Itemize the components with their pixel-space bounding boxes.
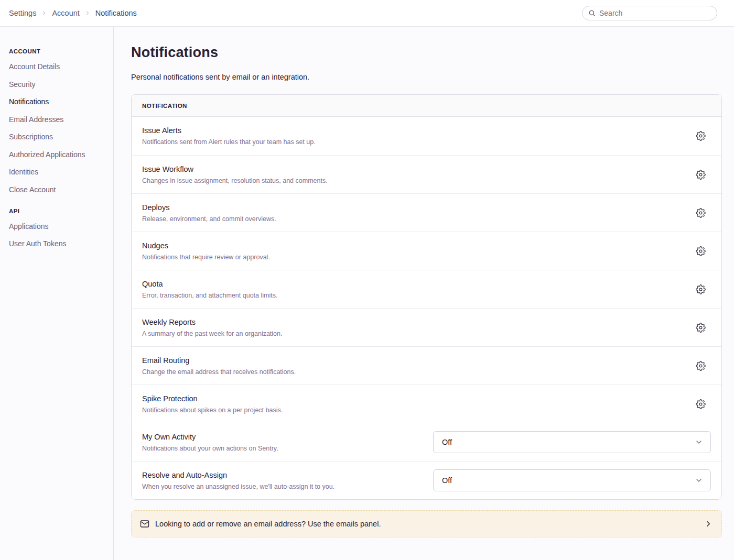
- chevron-right-icon: [41, 10, 47, 16]
- notification-row-deploys: Deploys Release, environment, and commit…: [132, 193, 721, 232]
- row-description: Notifications that require review or app…: [142, 254, 685, 261]
- row-description: Notifications about your own actions on …: [142, 445, 425, 452]
- row-description: Release, environment, and commit overvie…: [142, 215, 685, 223]
- row-text: Issue Alerts Notifications sent from Ale…: [142, 126, 694, 146]
- sidebar-section-api: API Applications User Auth Tokens: [9, 208, 108, 248]
- page-title: Notifications: [131, 45, 722, 61]
- row-description: Notifications sent from Alert rules that…: [142, 138, 685, 146]
- row-title: Issue Workflow: [142, 165, 685, 173]
- sidebar-item-account-details[interactable]: Account Details: [9, 62, 108, 71]
- row-title: Email Routing: [142, 356, 685, 365]
- sidebar-item-close-account[interactable]: Close Account: [9, 185, 108, 194]
- row-description: A summary of the past week for an organi…: [142, 330, 685, 337]
- breadcrumb: Settings Account Notifications: [9, 9, 137, 17]
- notification-row-resolve-auto-assign: Resolve and Auto-Assign When you resolve…: [132, 461, 721, 499]
- breadcrumb-settings[interactable]: Settings: [9, 9, 36, 17]
- settings-gear-button[interactable]: [694, 321, 708, 335]
- row-text: Weekly Reports A summary of the past wee…: [142, 318, 694, 337]
- settings-gear-button[interactable]: [694, 129, 708, 143]
- notifications-panel: NOTIFICATION Issue Alerts Notifications …: [131, 94, 722, 500]
- main-content: Notifications Personal notifications sen…: [114, 27, 734, 560]
- sidebar-item-user-auth-tokens[interactable]: User Auth Tokens: [9, 239, 108, 248]
- search-input[interactable]: [599, 9, 711, 17]
- notification-row-nudges: Nudges Notifications that require review…: [132, 232, 721, 270]
- sidebar-item-email-addresses[interactable]: Email Addresses: [9, 115, 108, 124]
- settings-gear-button[interactable]: [694, 282, 708, 297]
- banner-text: Looking to add or remove an email addres…: [155, 520, 381, 528]
- search-icon: [588, 9, 596, 17]
- notification-row-spike-protection: Spike Protection Notifications about spi…: [132, 385, 721, 423]
- breadcrumb-notifications[interactable]: Notifications: [95, 9, 137, 17]
- settings-gear-button[interactable]: [694, 206, 708, 220]
- sidebar-section-account: ACCOUNT Account Details Security Notific…: [9, 48, 108, 194]
- sidebar-item-notifications[interactable]: Notifications: [9, 97, 108, 106]
- row-text: Resolve and Auto-Assign When you resolve…: [142, 471, 433, 490]
- sidebar-item-applications[interactable]: Applications: [9, 222, 108, 230]
- chevron-right-icon: [704, 519, 713, 529]
- row-title: Spike Protection: [142, 394, 685, 403]
- settings-gear-button[interactable]: [694, 359, 708, 373]
- select-value: Off: [442, 438, 452, 446]
- row-description: Change the email address that receives n…: [142, 368, 685, 376]
- row-text: Issue Workflow Changes in issue assignme…: [142, 165, 694, 184]
- gear-icon: [696, 208, 706, 218]
- gear-icon: [696, 399, 706, 409]
- settings-gear-button[interactable]: [694, 168, 708, 182]
- row-title: Nudges: [142, 241, 685, 250]
- chevron-right-icon: [84, 10, 91, 16]
- row-description: Changes in issue assignment, resolution …: [142, 177, 685, 184]
- row-text: Quota Error, transaction, and attachment…: [142, 280, 694, 299]
- notification-row-issue-alerts: Issue Alerts Notifications sent from Ale…: [132, 117, 721, 155]
- notification-row-weekly-reports: Weekly Reports A summary of the past wee…: [132, 308, 721, 346]
- sidebar-section-title: ACCOUNT: [9, 48, 108, 54]
- row-description: When you resolve an unassigned issue, we…: [142, 483, 425, 490]
- settings-gear-button[interactable]: [694, 397, 708, 411]
- breadcrumb-account[interactable]: Account: [52, 9, 79, 17]
- row-text: Spike Protection Notifications about spi…: [142, 394, 694, 414]
- my-own-activity-select[interactable]: Off: [433, 431, 711, 453]
- settings-gear-button[interactable]: [694, 244, 708, 258]
- mail-icon: [140, 519, 149, 529]
- row-title: Quota: [142, 280, 685, 288]
- row-description: Error, transaction, and attachment quota…: [142, 292, 685, 299]
- sidebar-item-security[interactable]: Security: [9, 80, 108, 89]
- notification-row-email-routing: Email Routing Change the email address t…: [132, 346, 721, 385]
- chevron-down-icon: [695, 476, 703, 485]
- row-text: Email Routing Change the email address t…: [142, 356, 694, 376]
- gear-icon: [696, 170, 706, 180]
- row-title: Weekly Reports: [142, 318, 685, 326]
- resolve-auto-assign-select[interactable]: Off: [433, 469, 711, 491]
- gear-icon: [696, 246, 706, 256]
- notification-row-quota: Quota Error, transaction, and attachment…: [132, 270, 721, 308]
- search-box[interactable]: [582, 6, 717, 20]
- row-text: My Own Activity Notifications about your…: [142, 433, 433, 452]
- sidebar-item-subscriptions[interactable]: Subscriptions: [9, 133, 108, 141]
- row-title: Deploys: [142, 203, 685, 212]
- notification-row-issue-workflow: Issue Workflow Changes in issue assignme…: [132, 155, 721, 193]
- sidebar-item-authorized-applications[interactable]: Authorized Applications: [9, 150, 108, 159]
- row-title: Resolve and Auto-Assign: [142, 471, 425, 479]
- gear-icon: [696, 284, 706, 294]
- emails-panel-banner[interactable]: Looking to add or remove an email addres…: [131, 510, 722, 537]
- notification-row-my-own-activity: My Own Activity Notifications about your…: [132, 423, 721, 461]
- page-description: Personal notifications sent by email or …: [131, 73, 722, 81]
- row-description: Notifications about spikes on a per proj…: [142, 407, 685, 414]
- row-title: My Own Activity: [142, 433, 425, 441]
- topbar: Settings Account Notifications: [0, 0, 734, 27]
- chevron-down-icon: [695, 438, 703, 446]
- settings-sidebar: ACCOUNT Account Details Security Notific…: [0, 27, 114, 560]
- gear-icon: [696, 361, 706, 371]
- sidebar-section-title: API: [9, 208, 108, 214]
- sidebar-item-identities[interactable]: Identities: [9, 168, 108, 176]
- row-title: Issue Alerts: [142, 126, 685, 135]
- row-text: Deploys Release, environment, and commit…: [142, 203, 694, 223]
- row-text: Nudges Notifications that require review…: [142, 241, 694, 261]
- gear-icon: [696, 323, 706, 333]
- gear-icon: [696, 131, 706, 141]
- select-value: Off: [442, 476, 452, 485]
- panel-header: NOTIFICATION: [132, 95, 721, 117]
